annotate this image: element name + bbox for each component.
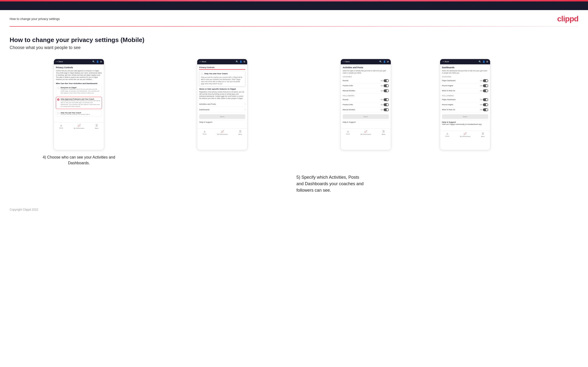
- roundinsights-toggle[interactable]: [483, 84, 488, 87]
- playerdash2-on-label: ON: [480, 99, 482, 100]
- whattowork-toggle-wrap: ON: [480, 89, 488, 92]
- people-icon[interactable]: 👤: [96, 60, 99, 63]
- screen2-body: Privacy Controls Only You and Your Coach…: [197, 64, 247, 126]
- caption-5: 5) Specify which Activities, Posts and D…: [296, 174, 398, 194]
- caption4-wrap: [12, 170, 152, 194]
- dashboards-label: Dashboards: [199, 108, 209, 111]
- screen4-back[interactable]: ‹ < Back: [442, 60, 449, 63]
- screen2-back[interactable]: ‹ < Back: [199, 60, 206, 63]
- screen3-manual2-row: Manual Activities ON: [343, 107, 389, 112]
- nav-perf-1[interactable]: 📈 My Performance: [74, 124, 84, 129]
- tooltip-box: Only You and Your Coach Only you and the…: [199, 71, 245, 86]
- screen3-desc: Select the types of activity that you'd …: [343, 70, 389, 74]
- screen1-section-desc: Control how you and your data appears to…: [56, 70, 102, 80]
- screen1-option2[interactable]: Only Approved Followers and Your Coach O…: [56, 97, 102, 109]
- settings-icon4[interactable]: ⚙: [486, 60, 488, 63]
- chart-icon3: 📈: [364, 130, 367, 133]
- manual-label: Manual Activities: [343, 90, 355, 92]
- nav-menu-4[interactable]: ☰ Menu: [481, 132, 485, 137]
- screen4-icons: 🔍 👤 ⚙: [479, 60, 488, 63]
- playerdash2-label: Player Dashboard: [442, 99, 456, 100]
- home-icon4: ⌂: [447, 132, 448, 135]
- radio3[interactable]: [57, 112, 59, 114]
- nav-home-4[interactable]: ⌂ Home: [445, 132, 449, 137]
- nav-perf-4[interactable]: 📈 My Performance: [460, 132, 470, 137]
- nav-perf-2[interactable]: 📈 My Performance: [217, 130, 228, 135]
- screen4-save[interactable]: Save: [442, 114, 488, 119]
- main-content: How to change your privacy settings (Mob…: [0, 27, 588, 201]
- people-icon3[interactable]: 👤: [383, 60, 386, 63]
- nav-menu-2[interactable]: ☰ Menu: [238, 130, 242, 135]
- activities-label: Activities and Posts: [199, 103, 216, 105]
- dashboards-chevron: ›: [245, 108, 245, 111]
- practice2-toggle[interactable]: [384, 103, 389, 106]
- nav-menu-1[interactable]: ☰ Menu: [95, 124, 99, 129]
- caption5-wrap: 5) Specify which Activities, Posts and D…: [292, 170, 576, 194]
- caption5-line1: 5) Specify which Activities, Posts: [296, 175, 359, 180]
- rounds-toggle[interactable]: [384, 79, 389, 82]
- mobile-screen-4: ‹ < Back 🔍 👤 ⚙ Dashboards Select the das…: [440, 59, 490, 150]
- tooltip-title: Only You and Your Coach: [204, 73, 227, 75]
- screen3-back[interactable]: ‹ < Back: [343, 60, 350, 63]
- screen4-bottom-nav: ⌂ Home 📈 My Performance ☰ Menu: [440, 131, 490, 138]
- rounds2-toggle[interactable]: [384, 98, 389, 101]
- manual2-toggle[interactable]: [384, 108, 389, 111]
- settings-icon2[interactable]: ⚙: [243, 60, 245, 63]
- manual-toggle[interactable]: [384, 89, 389, 92]
- radio2[interactable]: [57, 99, 59, 101]
- breadcrumb: How to change your privacy settings: [10, 17, 60, 21]
- people-icon2[interactable]: 👤: [240, 60, 242, 63]
- screen3-save[interactable]: Save: [343, 114, 389, 119]
- nav-perf-3[interactable]: 📈 My Performance: [361, 130, 371, 135]
- screen2-save[interactable]: Save: [199, 114, 245, 119]
- people-icon4[interactable]: 👤: [482, 60, 485, 63]
- mobile-screen-3: ‹ < Back 🔍 👤 ⚙ Activities and Posts Sele…: [341, 59, 391, 150]
- nav-menu-3[interactable]: ☰ Menu: [382, 130, 385, 135]
- menu-icon3: ☰: [382, 130, 385, 133]
- search-icon4[interactable]: 🔍: [479, 60, 481, 63]
- screen4-whattowork-row: What To Work On ON: [442, 88, 488, 93]
- radio1[interactable]: [57, 87, 59, 89]
- screen1-option3[interactable]: Only You and Your Coach Only you and the…: [56, 110, 102, 117]
- help-desc: Visit our Clippd community to troublesho…: [442, 123, 482, 125]
- dashboards-arrow-row[interactable]: Dashboards ›: [199, 107, 245, 112]
- spacer2: [152, 170, 292, 194]
- rounds-label: Rounds: [343, 80, 348, 81]
- whattowork-toggle[interactable]: [483, 89, 488, 92]
- mobile-screen-2: ‹ < Back 🔍 👤 ⚙ Privacy Controls: [197, 59, 247, 150]
- nav-menu-label: Menu: [95, 127, 99, 129]
- settings-icon[interactable]: ⚙: [100, 60, 102, 63]
- screen1-back[interactable]: ‹ < Back: [56, 60, 63, 63]
- manual-on-label: ON: [381, 90, 383, 92]
- whattowork-on-label: ON: [480, 90, 482, 92]
- search-icon3[interactable]: 🔍: [379, 60, 382, 63]
- playerdash2-toggle[interactable]: [483, 98, 488, 101]
- search-icon[interactable]: 🔍: [92, 60, 95, 63]
- nav-home-3[interactable]: ⌂ Home: [346, 130, 350, 135]
- screen3-rounds-row: Rounds ON: [343, 78, 389, 83]
- nav-perf-label2: My Performance: [217, 133, 228, 135]
- option1-text: Everyone on Clippd Everyone on Clippd ca…: [61, 87, 101, 94]
- activities-arrow-row[interactable]: Activities and Posts ›: [199, 101, 245, 107]
- option1-desc: Everyone on Clippd can search for you an…: [61, 88, 101, 94]
- caption5-line3: followers can see.: [296, 188, 331, 193]
- practice-toggle[interactable]: [384, 84, 389, 87]
- whattowork2-toggle[interactable]: [483, 108, 488, 111]
- screen2-tab-label[interactable]: Privacy Controls: [199, 66, 245, 68]
- roundinsights2-toggle[interactable]: [483, 103, 488, 106]
- search-icon2[interactable]: 🔍: [236, 60, 238, 63]
- settings-icon3[interactable]: ⚙: [387, 60, 389, 63]
- help-title: Help & Support: [442, 121, 456, 123]
- screen4-playerdash-row: Player Dashboard ON: [442, 78, 488, 83]
- page-title: How to change your privacy settings (Mob…: [10, 36, 578, 44]
- nav-home-1[interactable]: ⌂ Home: [59, 124, 63, 129]
- nav-home-2[interactable]: ⌂ Home: [203, 130, 207, 135]
- roundinsights-label: Round Insights: [442, 85, 453, 86]
- screen2-tab: Privacy Controls: [199, 66, 245, 70]
- screen4-roundinsights-row: Round Insights ON: [442, 83, 488, 88]
- screen2-help: Help & Support: [199, 120, 245, 124]
- screen3-icons: 🔍 👤 ⚙: [379, 60, 389, 63]
- nav-menu-label2: Menu: [238, 133, 242, 135]
- playerdash-toggle[interactable]: [483, 79, 488, 82]
- screen1-option1[interactable]: Everyone on Clippd Everyone on Clippd ca…: [56, 85, 102, 95]
